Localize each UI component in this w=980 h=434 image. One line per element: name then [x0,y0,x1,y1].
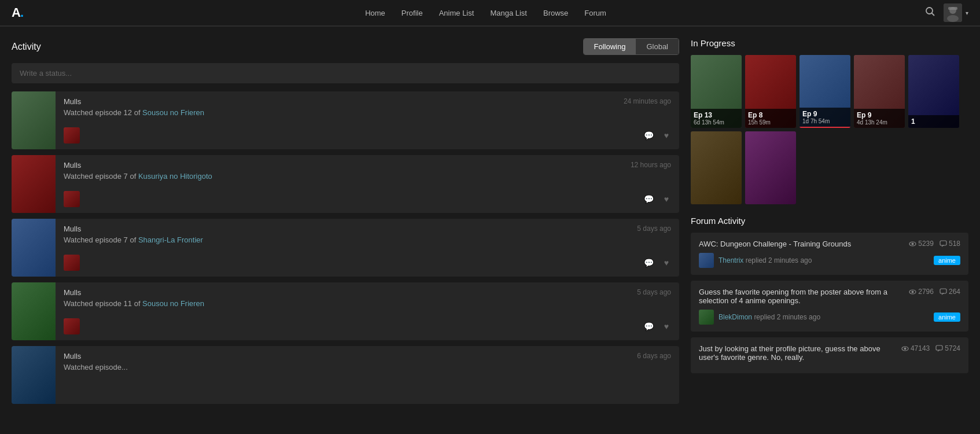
activity-content-4: Mulls 5 days ago Watched episode 11 of S… [56,282,679,340]
progress-card-5[interactable]: 1 [908,55,959,128]
activity-bottom-4: 💬 ♥ [64,318,671,334]
activity-bottom-3: 💬 ♥ [64,255,671,271]
svg-point-13 [904,347,906,350]
activity-bottom-2: 💬 ♥ [64,191,671,207]
nav-manga-list[interactable]: Manga List [490,9,527,17]
like-button-1[interactable]: ♥ [662,130,671,141]
forum-stats-2: 2796 264 [909,288,960,296]
like-button-4[interactable]: ♥ [662,321,671,332]
in-progress-grid: Ep 13 6d 13h 54m Ep 8 15h 59m Ep 9 1d 7h… [691,55,968,204]
forum-tag-2[interactable]: anime [934,312,960,322]
activity-desc-3: Watched episode 7 of Shangri-La Frontier [64,236,671,244]
progress-card-4[interactable]: Ep 9 4d 13h 24m [854,55,905,128]
activity-poster-avatar-2 [64,191,80,207]
comment-button-4[interactable]: 💬 [642,321,656,332]
search-icon[interactable] [925,6,935,19]
forum-item-bottom-2: BlekDimon replied 2 minutes ago anime [699,310,960,325]
progress-time-3: 1d 7h 54m [802,118,848,124]
activity-desc-2: Watched episode 7 of Kusuriya no Hitorig… [64,172,671,181]
progress-ep-5: 1 [911,117,956,126]
forum-views-1: 5239 [909,240,934,248]
comment-icon-2 [940,288,947,296]
top-navbar: A. Home Profile Anime List Manga List Br… [0,0,980,27]
progress-overlay-2: Ep 8 15h 59m [745,109,796,128]
progress-card-2[interactable]: Ep 8 15h 59m [745,55,796,128]
user-menu[interactable]: ▾ [944,3,968,22]
comment-button-1[interactable]: 💬 [642,130,656,141]
nav-home[interactable]: Home [365,9,385,17]
activity-anime-link-3[interactable]: Shangri-La Frontier [138,236,203,244]
forum-title-1[interactable]: AWC: Dungeon Challenge - Training Ground… [699,240,901,248]
eye-icon-3 [901,345,909,352]
nav-profile[interactable]: Profile [401,9,423,17]
activity-content-5: Mulls 6 days ago Watched episode... [56,346,679,404]
progress-time-1: 6d 13h 54m [694,119,739,126]
forum-item-1: AWC: Dungeon Challenge - Training Ground… [691,233,968,275]
progress-card-6[interactable] [691,131,742,204]
activity-user-4[interactable]: Mulls [64,288,81,297]
filter-following[interactable]: Following [584,39,636,54]
nav-browse[interactable]: Browse [543,9,568,17]
site-logo[interactable]: A. [12,5,23,20]
activity-top-4: Mulls 5 days ago [64,288,671,297]
forum-replier-1: Thentrix replied 2 minutes ago [699,253,812,268]
activity-user-1[interactable]: Mulls [64,97,81,106]
forum-replier-2: BlekDimon replied 2 minutes ago [699,310,820,325]
eye-icon [909,240,916,248]
svg-rect-5 [948,7,957,10]
progress-card-7[interactable] [745,131,796,204]
activity-cover-5 [12,346,56,404]
progress-card-1[interactable]: Ep 13 6d 13h 54m [691,55,742,128]
forum-item-3: Just by looking at their profile picture… [691,337,968,373]
forum-tag-1[interactable]: anime [934,256,960,265]
like-button-2[interactable]: ♥ [662,193,671,205]
replier-name-2[interactable]: BlekDimon [719,313,752,321]
activity-user-2[interactable]: Mulls [64,161,81,170]
progress-time-2: 15h 59m [748,119,793,126]
main-container: Activity Following Global Write a status… [0,27,980,421]
nav-forum[interactable]: Forum [584,9,606,17]
activity-poster-avatar-3 [64,255,80,271]
activity-desc-1: Watched episode 12 of Sousou no Frieren [64,108,671,117]
forum-title-2[interactable]: Guess the favorite opening from the post… [699,288,901,305]
forum-item-bottom-1: Thentrix replied 2 minutes ago anime [699,253,960,268]
like-button-3[interactable]: ♥ [662,257,671,269]
activity-anime-link-1[interactable]: Sousou no Frieren [142,108,204,117]
activity-anime-link-4[interactable]: Sousou no Frieren [142,299,204,308]
filter-global[interactable]: Global [636,39,679,54]
activity-user-3[interactable]: Mulls [64,225,81,233]
activity-cover-4 [12,282,56,340]
forum-item-top-2: Guess the favorite opening from the post… [699,288,960,305]
activity-user-5[interactable]: Mulls [64,352,81,361]
progress-ep-4: Ep 9 [857,111,902,119]
status-input[interactable]: Write a status... [12,63,679,83]
activity-time-4: 5 days ago [637,288,671,296]
nav-anime-list[interactable]: Anime List [439,9,474,17]
replier-info-1: Thentrix replied 2 minutes ago [719,256,812,264]
forum-activity-title: Forum Activity [691,216,968,226]
activity-anime-link-2[interactable]: Kusuriya no Hitorigoto [138,172,212,181]
comment-icon-3 [935,345,943,352]
forum-item-top-3: Just by looking at their profile picture… [699,344,960,362]
activity-top-2: Mulls 12 hours ago [64,161,671,170]
activity-desc-4: Watched episode 11 of Sousou no Frieren [64,299,671,308]
progress-ep-1: Ep 13 [694,111,739,119]
svg-point-0 [926,8,933,14]
comment-button-2[interactable]: 💬 [642,193,656,205]
comment-button-3[interactable]: 💬 [642,257,656,269]
replier-name-1[interactable]: Thentrix [719,256,743,264]
activity-desc-5: Watched episode... [64,363,671,372]
filter-tabs: Following Global [583,38,680,55]
svg-rect-11 [940,289,946,293]
svg-point-4 [947,15,959,22]
forum-title-3[interactable]: Just by looking at their profile picture… [699,344,893,362]
activity-top-5: Mulls 6 days ago [64,352,671,361]
svg-point-7 [912,242,914,245]
replier-avatar-1 [699,253,714,268]
progress-card-3[interactable]: Ep 9 1d 7h 54m [800,55,850,128]
activity-content-1: Mulls 24 minutes ago Watched episode 12 … [56,91,679,149]
progress-overlay-3: Ep 9 1d 7h 54m [800,108,850,128]
activity-title: Activity [12,42,41,52]
activity-bottom-1: 💬 ♥ [64,127,671,144]
activity-poster-avatar-4 [64,318,80,334]
